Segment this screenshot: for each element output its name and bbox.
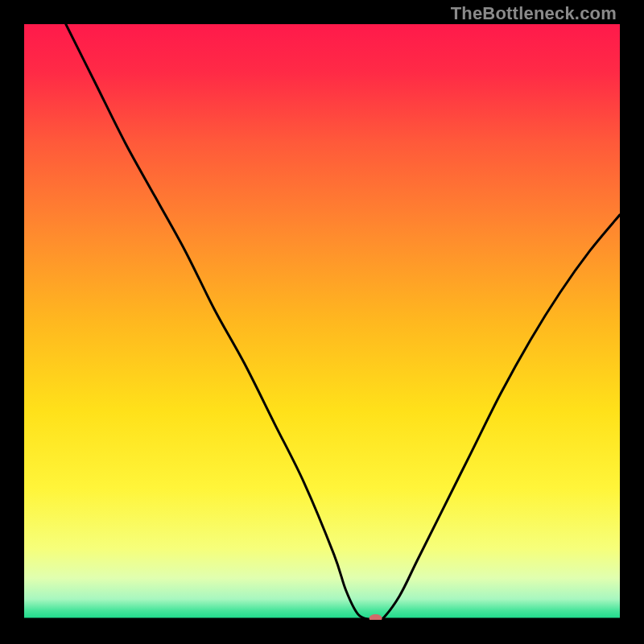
chart-background	[24, 24, 620, 620]
chart-frame	[24, 24, 620, 620]
watermark-text: TheBottleneck.com	[451, 3, 617, 24]
bottleneck-chart	[24, 24, 620, 620]
